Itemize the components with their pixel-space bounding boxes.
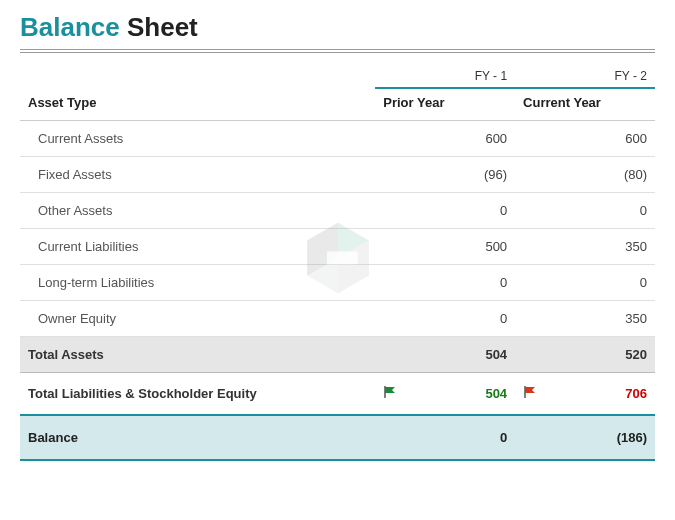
total-assets-label: Total Assets bbox=[20, 337, 375, 373]
row-label: Fixed Assets bbox=[20, 157, 375, 193]
header-prior-year: Prior Year bbox=[375, 88, 515, 121]
fy2-code: FY - 2 bbox=[515, 59, 655, 88]
total-equity-label: Total Liabilities & Stockholder Equity bbox=[20, 373, 375, 416]
row-fy2: 350 bbox=[547, 301, 655, 337]
title-part1: Balance bbox=[20, 12, 120, 42]
row-fy2: 600 bbox=[547, 121, 655, 157]
page-title: Balance Sheet bbox=[20, 12, 655, 43]
row-fy2: 0 bbox=[547, 193, 655, 229]
table-row: Fixed Assets(96)(80) bbox=[20, 157, 655, 193]
total-equity-fy1: 504 bbox=[407, 373, 515, 416]
total-assets-fy1: 504 bbox=[407, 337, 515, 373]
row-label: Long-term Liabilities bbox=[20, 265, 375, 301]
fy1-code: FY - 1 bbox=[375, 59, 515, 88]
row-label: Other Assets bbox=[20, 193, 375, 229]
column-headers: Asset Type Prior Year Current Year bbox=[20, 88, 655, 121]
table-row: Long-term Liabilities00 bbox=[20, 265, 655, 301]
balance-sheet-table: FY - 1 FY - 2 Asset Type Prior Year Curr… bbox=[20, 59, 655, 461]
header-current-year: Current Year bbox=[515, 88, 655, 121]
row-fy1: 600 bbox=[407, 121, 515, 157]
balance-fy1: 0 bbox=[407, 415, 515, 460]
table-row: Owner Equity0350 bbox=[20, 301, 655, 337]
balance-label: Balance bbox=[20, 415, 375, 460]
title-part2: Sheet bbox=[127, 12, 198, 42]
balance-fy2: (186) bbox=[547, 415, 655, 460]
table-row: Current Liabilities500350 bbox=[20, 229, 655, 265]
total-assets-row: Total Assets 504 520 bbox=[20, 337, 655, 373]
row-fy2: 0 bbox=[547, 265, 655, 301]
row-fy1: (96) bbox=[407, 157, 515, 193]
row-fy1: 0 bbox=[407, 193, 515, 229]
row-fy2: 350 bbox=[547, 229, 655, 265]
row-fy1: 0 bbox=[407, 265, 515, 301]
row-fy1: 0 bbox=[407, 301, 515, 337]
fy-code-row: FY - 1 FY - 2 bbox=[20, 59, 655, 88]
balance-row: Balance 0 (186) bbox=[20, 415, 655, 460]
title-rule bbox=[20, 49, 655, 53]
row-label: Owner Equity bbox=[20, 301, 375, 337]
total-assets-fy2: 520 bbox=[547, 337, 655, 373]
flag-icon bbox=[523, 385, 539, 402]
total-equity-fy2: 706 bbox=[547, 373, 655, 416]
table-row: Current Assets600600 bbox=[20, 121, 655, 157]
row-label: Current Liabilities bbox=[20, 229, 375, 265]
row-label: Current Assets bbox=[20, 121, 375, 157]
table-row: Other Assets00 bbox=[20, 193, 655, 229]
flag-icon bbox=[383, 385, 399, 402]
header-asset-type: Asset Type bbox=[20, 88, 375, 121]
row-fy1: 500 bbox=[407, 229, 515, 265]
row-fy2: (80) bbox=[547, 157, 655, 193]
total-equity-row: Total Liabilities & Stockholder Equity 5… bbox=[20, 373, 655, 416]
